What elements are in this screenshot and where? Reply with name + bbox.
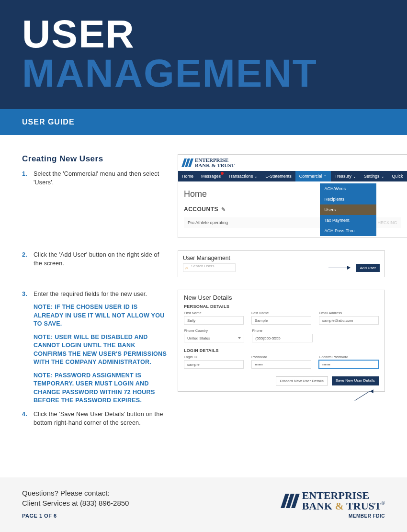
- step-4-number: 4.: [22, 410, 30, 427]
- screenshot-commercial-menu: ENTERPRISE BANK & TRUST Home Messages Tr…: [178, 154, 407, 238]
- first-name-input[interactable]: Sally: [184, 316, 244, 325]
- login-details-header: LOGIN DETAILS: [184, 348, 379, 353]
- subtitle-banner: USER GUIDE: [0, 109, 407, 135]
- logo-bars-icon: [281, 494, 300, 508]
- contact-line-2: Client Services at (833) 896-2850: [22, 498, 129, 508]
- step-3-number: 3.: [22, 290, 30, 298]
- subtitle-text: USER GUIDE: [22, 118, 75, 126]
- last-name-input[interactable]: Sample: [251, 316, 311, 325]
- password-input[interactable]: ••••••: [251, 360, 311, 369]
- note-2: NOTE: USER WILL BE DISABLED AND CANNOT L…: [34, 333, 168, 367]
- callout-arrow-icon: [355, 389, 374, 401]
- first-name-label: First Name: [184, 311, 244, 315]
- logo-bars-icon: [181, 158, 193, 167]
- panel2-title: User Management: [178, 251, 384, 263]
- dropdown-recipients[interactable]: Recipients: [320, 194, 376, 204]
- phone-label: Phone: [252, 328, 312, 333]
- footer-logo: ENTERPRISE BANK & TRUST®: [283, 490, 385, 511]
- app-navbar: Home Messages Transactions⌄ E-Statements…: [178, 171, 407, 181]
- note-1: NOTE: IF THE CHOSEN USER ID IS ALREADY I…: [34, 303, 168, 328]
- dropdown-tax-payment[interactable]: Tax Payment: [320, 215, 376, 226]
- panel3-title: New User Details: [184, 294, 379, 301]
- step-2-number: 2.: [22, 250, 30, 268]
- screenshot-new-user-details: New User Details PERSONAL DETAILS First …: [178, 290, 385, 392]
- account-name: Pro Athlete operating: [188, 220, 228, 225]
- step-2-text: Click the 'Add User' button on the right…: [34, 250, 168, 268]
- login-id-input[interactable]: sample: [184, 360, 244, 369]
- logo-line2: BANK & TRUST: [195, 163, 235, 168]
- confirm-password-label: Confirm Password: [319, 355, 379, 359]
- footer-brand-bank: BANK: [302, 500, 333, 512]
- registered-icon: ®: [382, 500, 385, 506]
- email-input[interactable]: sample@abc.com: [319, 316, 379, 325]
- nav-treasury[interactable]: Treasury⌄: [331, 171, 360, 181]
- commercial-dropdown: ACH/Wires Recipients Users Tax Payment A…: [320, 183, 376, 236]
- account-type: HECKING: [378, 220, 397, 225]
- nav-commercial[interactable]: Commercial⌃: [295, 171, 331, 181]
- phone-country-label: Phone Country: [184, 328, 244, 333]
- chevron-down-icon: ⌄: [381, 174, 384, 179]
- pencil-icon[interactable]: ✎: [221, 206, 226, 213]
- phone-input[interactable]: (555)555-5555: [252, 334, 312, 342]
- nav-quick[interactable]: Quick: [388, 171, 407, 181]
- title-word-2: MANAGEMENT: [22, 51, 317, 95]
- section-heading: Creating New Users: [22, 154, 168, 164]
- login-id-label: Login ID: [184, 355, 244, 359]
- password-label: Password: [251, 355, 311, 359]
- email-label: Email Address: [319, 311, 379, 315]
- step-1-number: 1.: [22, 170, 30, 187]
- notification-badge-icon: [221, 172, 224, 175]
- bank-logo: ENTERPRISE BANK & TRUST: [178, 155, 407, 171]
- title-word-1: USER: [22, 12, 135, 56]
- footer-brand-trust: TRUST: [346, 500, 381, 512]
- add-user-button[interactable]: Add User: [356, 264, 380, 272]
- search-users-input[interactable]: ⌕ Search Users: [183, 263, 236, 272]
- title-banner: USER MANAGEMENT: [0, 0, 407, 109]
- phone-country-select[interactable]: United States: [184, 334, 244, 342]
- note-3: NOTE: PASSWORD ASSIGNMENT IS TEMPORARY. …: [34, 372, 168, 405]
- member-fdic: MEMBER FDIC: [283, 513, 385, 519]
- save-new-user-button[interactable]: Save New User Details: [332, 376, 379, 385]
- footer-brand-line1: ENTERPRISE: [302, 490, 385, 501]
- callout-arrow-icon: [328, 266, 352, 270]
- search-icon: ⌕: [185, 265, 188, 270]
- footer-brand-amp: &: [335, 500, 344, 512]
- page-footer: Questions? Please contact: Client Servic…: [0, 477, 407, 532]
- nav-messages[interactable]: Messages: [197, 171, 225, 181]
- chevron-down-icon: ⌄: [254, 174, 258, 179]
- step-1-text: Select the 'Commercial' menu and then se…: [34, 170, 168, 187]
- step-4-text: Click the 'Save New User Details' button…: [34, 410, 168, 427]
- discard-button[interactable]: Discard New User Details: [276, 376, 328, 385]
- personal-details-header: PERSONAL DETAILS: [184, 304, 379, 309]
- dropdown-users[interactable]: Users: [320, 204, 376, 215]
- page-number: PAGE 1 OF 6: [22, 513, 129, 519]
- step-3-text: Enter the required fields for the new us…: [34, 290, 168, 298]
- chevron-down-icon: ⌄: [353, 174, 356, 179]
- last-name-label: Last Name: [251, 311, 311, 315]
- dropdown-ach-passthru[interactable]: ACH Pass-Thru: [320, 226, 376, 236]
- chevron-up-icon: ⌃: [324, 174, 327, 179]
- nav-home[interactable]: Home: [178, 171, 197, 181]
- dropdown-achwires[interactable]: ACH/Wires: [320, 183, 376, 194]
- confirm-password-input[interactable]: ••••••: [319, 360, 379, 369]
- accounts-label: ACCOUNTS: [184, 206, 218, 213]
- nav-settings[interactable]: Settings⌄: [360, 171, 388, 181]
- nav-transactions[interactable]: Transactions⌄: [225, 171, 261, 181]
- contact-line-1: Questions? Please contact:: [22, 488, 129, 498]
- nav-estatements[interactable]: E-Statements: [261, 171, 295, 181]
- screenshot-user-management: User Management ⌕ Search Users Add User: [178, 250, 385, 277]
